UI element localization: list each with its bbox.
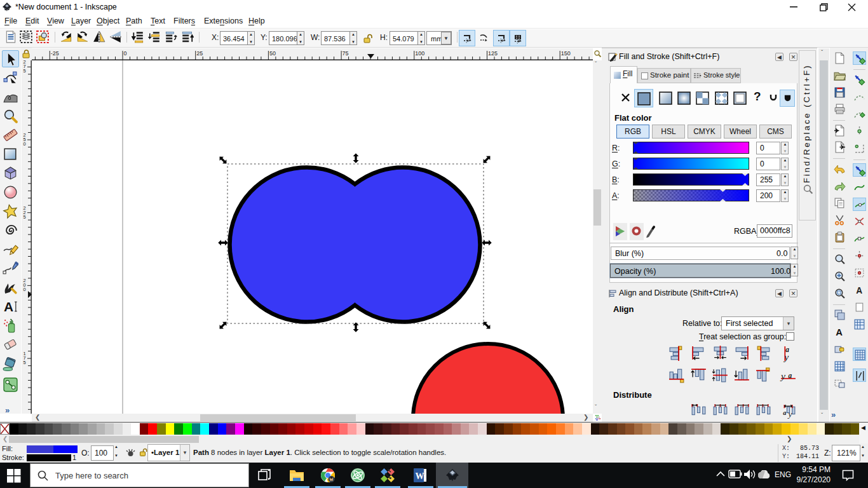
svg-text:A: A: [836, 327, 843, 337]
svg-text:150: 150: [561, 50, 571, 57]
svg-text:A: A: [4, 299, 13, 314]
svg-text:a: a: [783, 409, 786, 416]
svg-text:25: 25: [196, 50, 203, 57]
svg-text:100: 100: [415, 50, 424, 57]
svg-text:125: 125: [488, 50, 498, 57]
svg-text:y: y: [780, 370, 785, 381]
svg-text:-25: -25: [51, 50, 59, 57]
svg-text:50: 50: [269, 50, 276, 57]
svg-text:W: W: [416, 471, 424, 481]
svg-text:0: 0: [124, 50, 127, 57]
svg-text:5: 5: [24, 360, 26, 365]
svg-text:y: y: [787, 409, 792, 419]
svg-text:a: a: [789, 372, 792, 379]
svg-text:A: A: [856, 286, 862, 295]
svg-text:5: 5: [24, 214, 26, 220]
svg-text:0: 0: [24, 141, 26, 147]
svg-text:0: 0: [24, 287, 26, 292]
svg-text:75: 75: [342, 50, 349, 57]
svg-text:5: 5: [24, 68, 26, 74]
svg-text:y: y: [783, 351, 789, 362]
